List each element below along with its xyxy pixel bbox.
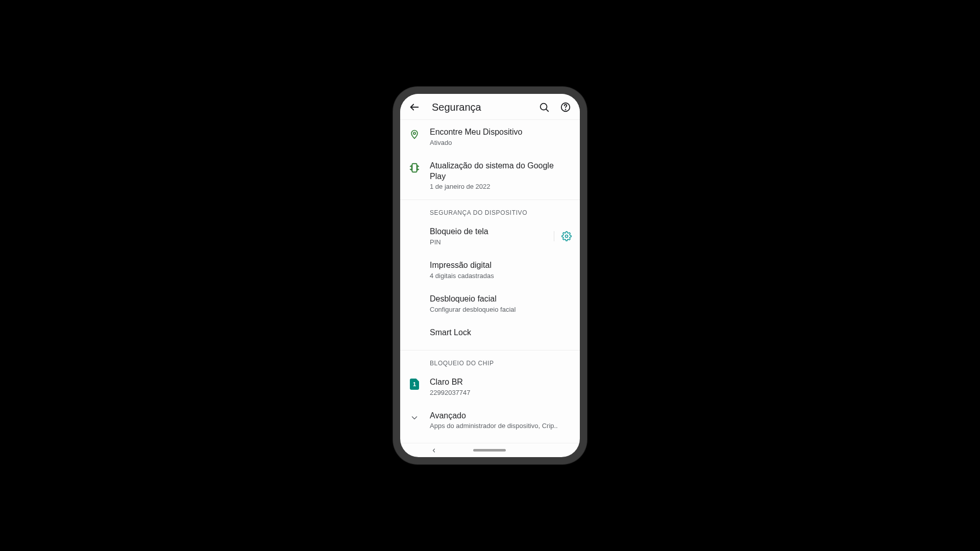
item-sim-1[interactable]: 1 Claro BR 22992037747	[400, 370, 580, 404]
item-subtitle: 4 digitais cadastradas	[430, 272, 572, 280]
divider	[400, 350, 580, 350]
item-screen-lock[interactable]: Bloqueio de tela PIN	[400, 219, 580, 253]
item-subtitle: 1 de janeiro de 2022	[430, 183, 572, 190]
item-smart-lock[interactable]: Smart Lock	[400, 320, 580, 348]
item-subtitle: Ativado	[430, 139, 572, 146]
system-navbar	[400, 443, 580, 457]
item-title: Bloqueio de tela	[430, 227, 541, 237]
svg-point-5	[413, 132, 415, 134]
settings-list[interactable]: Encontre Meu Dispositivo Ativado Atualiz…	[400, 120, 580, 443]
item-find-my-device[interactable]: Encontre Meu Dispositivo Ativado	[400, 120, 580, 154]
location-pin-icon	[408, 128, 421, 140]
item-title: Atualização do sistema do Google Play	[430, 161, 572, 182]
item-title: Smart Lock	[430, 328, 572, 338]
gear-icon	[561, 231, 572, 241]
section-header-sim-lock: BLOQUEIO DO CHIP	[400, 353, 580, 370]
page-title: Segurança	[432, 102, 529, 113]
item-advanced[interactable]: Avançado Apps do administrador de dispos…	[400, 404, 580, 437]
item-title: Impressão digital	[430, 260, 572, 271]
screen-lock-settings-button[interactable]	[554, 231, 572, 241]
sim-card-icon: 1	[408, 378, 421, 390]
search-icon[interactable]	[538, 101, 550, 113]
item-subtitle: Configurar desbloqueio facial	[430, 306, 572, 313]
item-fingerprint[interactable]: Impressão digital 4 digitais cadastradas	[400, 253, 580, 287]
svg-point-4	[566, 109, 566, 110]
nav-home-pill[interactable]	[473, 449, 506, 452]
svg-line-2	[546, 109, 548, 111]
system-update-icon	[408, 162, 421, 174]
nav-back-icon[interactable]	[431, 447, 437, 454]
item-subtitle: PIN	[430, 238, 541, 246]
app-bar: Segurança	[400, 94, 580, 120]
help-icon[interactable]	[559, 101, 572, 113]
item-face-unlock[interactable]: Desbloqueio facial Configurar desbloquei…	[400, 287, 580, 320]
item-title: Desbloqueio facial	[430, 294, 572, 305]
phone-frame: Segurança	[393, 87, 587, 464]
phone-screen: Segurança	[400, 94, 580, 457]
item-subtitle: 22992037747	[430, 389, 572, 396]
item-title: Encontre Meu Dispositivo	[430, 127, 572, 138]
back-arrow-icon[interactable]	[408, 101, 421, 113]
item-title: Claro BR	[430, 377, 572, 388]
item-title: Avançado	[430, 411, 572, 421]
svg-point-7	[566, 235, 568, 238]
chevron-down-icon	[408, 412, 421, 424]
divider	[400, 199, 580, 200]
item-play-system-update[interactable]: Atualização do sistema do Google Play 1 …	[400, 154, 580, 198]
item-subtitle: Apps do administrador de dispositivo, Cr…	[430, 422, 572, 430]
svg-rect-6	[412, 164, 416, 172]
section-header-device-security: SEGURANÇA DO DISPOSITIVO	[400, 202, 580, 219]
sim-badge-number: 1	[410, 379, 419, 390]
